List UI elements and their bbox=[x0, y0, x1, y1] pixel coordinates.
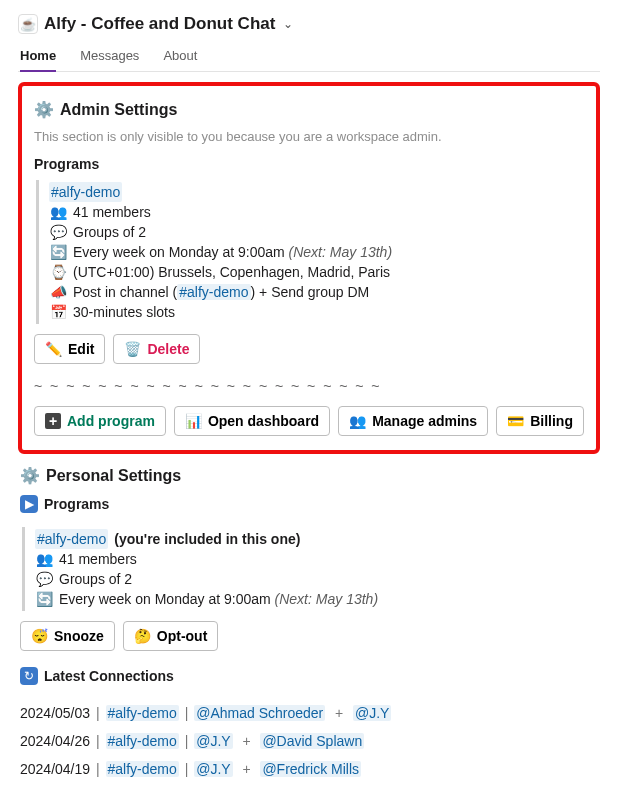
connection-row: 2024/05/03 | #alfy-demo | @Ahmad Schroed… bbox=[20, 699, 596, 727]
admin-programs-heading: Programs bbox=[34, 156, 584, 172]
connection-channel-link[interactable]: #alfy-demo bbox=[106, 705, 179, 721]
gear-icon: ⚙️ bbox=[20, 466, 40, 485]
latest-connections-heading: Latest Connections bbox=[44, 668, 174, 684]
chevron-down-icon[interactable]: ⌄ bbox=[283, 17, 293, 31]
members-icon: 👥 bbox=[49, 202, 67, 222]
announce-icon: 📣 bbox=[49, 282, 67, 302]
plus-icon: + bbox=[45, 413, 61, 429]
program-post-channel-link[interactable]: #alfy-demo bbox=[177, 284, 250, 300]
delete-button[interactable]: 🗑️Delete bbox=[113, 334, 200, 364]
connection-user-mention[interactable]: @Fredrick Mills bbox=[260, 761, 361, 777]
program-schedule: Every week on Monday at 9:00am (Next: Ma… bbox=[73, 242, 392, 262]
manage-admins-button[interactable]: 👥Manage admins bbox=[338, 406, 488, 436]
connection-date: 2024/04/19 bbox=[20, 761, 90, 777]
snooze-button[interactable]: 😴Snooze bbox=[20, 621, 115, 651]
card-icon: 💳 bbox=[507, 413, 524, 429]
personal-program-members: 41 members bbox=[59, 549, 137, 569]
admins-icon: 👥 bbox=[349, 413, 366, 429]
pencil-icon: ✏️ bbox=[45, 341, 62, 357]
connection-row: 2024/04/26 | #alfy-demo | @J.Y + @David … bbox=[20, 727, 596, 755]
program-post: Post in channel (#alfy-demo) + Send grou… bbox=[73, 282, 369, 302]
calendar-icon: 📅 bbox=[49, 302, 67, 322]
personal-programs-heading: Programs bbox=[44, 496, 109, 512]
play-icon: ▶ bbox=[20, 495, 38, 513]
program-members: 41 members bbox=[73, 202, 151, 222]
connection-user-mention[interactable]: @J.Y bbox=[353, 705, 391, 721]
groups-icon: 💬 bbox=[49, 222, 67, 242]
personal-program-channel-link[interactable]: #alfy-demo bbox=[35, 529, 108, 549]
connection-channel-link[interactable]: #alfy-demo bbox=[106, 733, 179, 749]
wave-divider: ~ ~ ~ ~ ~ ~ ~ ~ ~ ~ ~ ~ ~ ~ ~ ~ ~ ~ ~ ~ … bbox=[34, 378, 584, 394]
program-slots: 30-minutes slots bbox=[73, 302, 175, 322]
alfy-logo-icon: ☕ bbox=[18, 14, 38, 34]
program-channel-link[interactable]: #alfy-demo bbox=[49, 182, 122, 202]
connections-list: 2024/05/03 | #alfy-demo | @Ahmad Schroed… bbox=[20, 699, 596, 783]
personal-settings-title: Personal Settings bbox=[46, 467, 181, 485]
timezone-icon: ⌚ bbox=[49, 262, 67, 282]
open-dashboard-button[interactable]: 📊Open dashboard bbox=[174, 406, 330, 436]
connection-user-mention[interactable]: @David Splawn bbox=[260, 733, 364, 749]
personal-program-schedule: Every week on Monday at 9:00am (Next: Ma… bbox=[59, 589, 378, 609]
admin-settings-panel: ⚙️ Admin Settings This section is only v… bbox=[18, 82, 600, 454]
personal-program-card: #alfy-demo (you're included in this one)… bbox=[22, 527, 596, 611]
edit-button[interactable]: ✏️Edit bbox=[34, 334, 105, 364]
connection-row: 2024/04/19 | #alfy-demo | @J.Y + @Fredri… bbox=[20, 755, 596, 783]
groups-icon: 💬 bbox=[35, 569, 53, 589]
admin-program-card: #alfy-demo 👥41 members 💬Groups of 2 🔄Eve… bbox=[36, 180, 584, 324]
connection-channel-link[interactable]: #alfy-demo bbox=[106, 761, 179, 777]
admin-settings-title: Admin Settings bbox=[60, 101, 177, 119]
refresh-icon: ↻ bbox=[20, 667, 38, 685]
tab-about[interactable]: About bbox=[163, 44, 197, 71]
members-icon: 👥 bbox=[35, 549, 53, 569]
gear-icon: ⚙️ bbox=[34, 100, 54, 119]
thinking-icon: 🤔 bbox=[134, 628, 151, 644]
connection-user-mention[interactable]: @Ahmad Schroeder bbox=[194, 705, 325, 721]
connection-date: 2024/04/26 bbox=[20, 733, 90, 749]
connection-user-mention[interactable]: @J.Y bbox=[194, 733, 232, 749]
sleep-icon: 😴 bbox=[31, 628, 48, 644]
app-header: ☕ Alfy - Coffee and Donut Chat ⌄ bbox=[18, 10, 600, 44]
program-groups: Groups of 2 bbox=[73, 222, 146, 242]
schedule-icon: 🔄 bbox=[49, 242, 67, 262]
schedule-icon: 🔄 bbox=[35, 589, 53, 609]
personal-program-groups: Groups of 2 bbox=[59, 569, 132, 589]
billing-button[interactable]: 💳Billing bbox=[496, 406, 584, 436]
connection-date: 2024/05/03 bbox=[20, 705, 90, 721]
program-timezone: (UTC+01:00) Brussels, Copenhagen, Madrid… bbox=[73, 262, 390, 282]
chart-icon: 📊 bbox=[185, 413, 202, 429]
opt-out-button[interactable]: 🤔Opt-out bbox=[123, 621, 219, 651]
tab-home[interactable]: Home bbox=[20, 44, 56, 71]
admin-visibility-note: This section is only visible to you beca… bbox=[34, 129, 584, 144]
connection-user-mention[interactable]: @J.Y bbox=[194, 761, 232, 777]
tab-bar: Home Messages About bbox=[18, 44, 600, 72]
personal-settings-panel: ⚙️ Personal Settings ▶ Programs #alfy-de… bbox=[18, 454, 600, 783]
tab-messages[interactable]: Messages bbox=[80, 44, 139, 71]
included-note: (you're included in this one) bbox=[114, 529, 300, 549]
add-program-button[interactable]: +Add program bbox=[34, 406, 166, 436]
app-title: Alfy - Coffee and Donut Chat bbox=[44, 14, 275, 34]
trash-icon: 🗑️ bbox=[124, 341, 141, 357]
